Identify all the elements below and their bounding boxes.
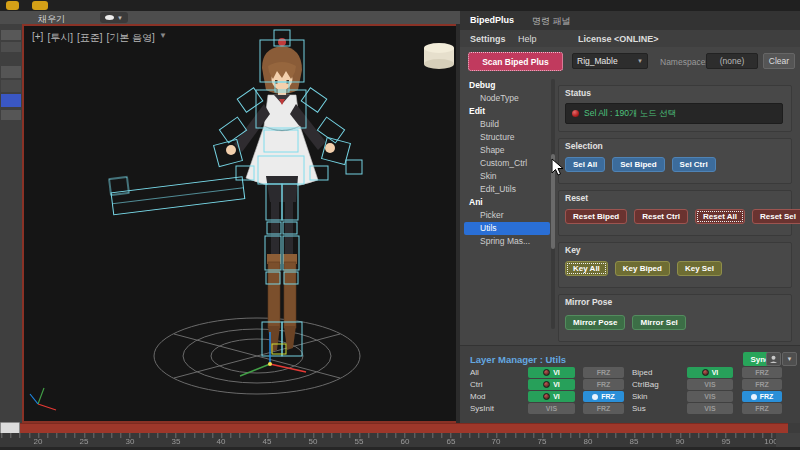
panel-menu-bar: Settings Help License <ONLINE> — [460, 30, 800, 47]
layer-vis-toggle[interactable]: VIS — [687, 379, 733, 390]
layer-vis-toggle[interactable]: VI — [528, 367, 575, 378]
key-all-button[interactable]: Key All — [565, 261, 608, 276]
tree-item-shape[interactable]: Shape — [464, 144, 550, 157]
tree-item-edit-utils[interactable]: Edit_Utils — [464, 183, 550, 196]
tree-item-ani[interactable]: Ani — [464, 196, 550, 209]
layer-vis-toggle[interactable]: VIS — [528, 403, 575, 414]
strip-item[interactable] — [1, 66, 21, 78]
floor-rings — [154, 318, 360, 394]
bipedplus-panel: BipedPlus 명령 패널 Settings Help License <O… — [460, 11, 800, 423]
settings-menu[interactable]: Settings — [470, 34, 506, 44]
strip-item-selected[interactable] — [1, 94, 21, 107]
layer-vis-toggle[interactable]: VI — [528, 379, 575, 390]
strip-item[interactable] — [1, 80, 21, 92]
tree-item-custom-ctrl[interactable]: Custom_Ctrl — [464, 157, 550, 170]
tab-command-panel[interactable]: 명령 패널 — [532, 15, 571, 28]
tick-label: 95 — [714, 437, 738, 446]
tree-item-nodetype[interactable]: NodeType — [464, 92, 550, 105]
reset-ctrl-button[interactable]: Reset Ctrl — [634, 209, 688, 224]
tick-label: 30 — [118, 437, 142, 446]
scan-biped-plus-button[interactable]: Scan Biped Plus — [468, 52, 563, 71]
status-message: Sel All : 190개 노드 선택 — [584, 108, 676, 120]
reset-sel-button[interactable]: Reset Sel — [752, 209, 800, 224]
axis-tripod-icon — [30, 388, 56, 410]
mirror-pose-group: Mirror Pose Mirror Pose Mirror Sel — [558, 294, 792, 342]
rig-select-value: Rig_Mable — [577, 56, 618, 66]
layer-frz-toggle[interactable]: FRZ — [583, 403, 624, 414]
tree-item-spring-mas[interactable]: Spring Mas... — [464, 235, 550, 248]
viewport-menu-plus[interactable]: [+] — [32, 31, 43, 45]
tick-label: 75 — [530, 437, 554, 446]
reset-group-title: Reset — [565, 193, 588, 203]
viewport-label[interactable]: [+] [투시] [표준] [기본 음영] ▼ — [32, 31, 167, 45]
layer-vis-toggle[interactable]: VIS — [687, 391, 733, 402]
layer-frz-toggle[interactable]: FRZ — [742, 379, 782, 390]
strip-item[interactable] — [1, 42, 21, 52]
category-tree: Debug NodeType Edit Build Structure Shap… — [464, 79, 550, 329]
tick-label: 25 — [72, 437, 96, 446]
shading-dropdown-button[interactable]: ▼ — [100, 12, 128, 23]
left-toolbar-strip — [0, 24, 22, 423]
mirror-group-title: Mirror Pose — [565, 297, 612, 307]
tab-bipedplus[interactable]: BipedPlus — [470, 15, 514, 25]
status-icon — [572, 110, 579, 117]
helper-object — [424, 43, 454, 69]
tick-label: 50 — [301, 437, 325, 446]
layer-vis-toggle[interactable]: VI — [528, 391, 575, 402]
viewport-menu-view[interactable]: [투시] — [47, 31, 73, 45]
track-bar[interactable] — [0, 423, 788, 433]
rig-wireframe — [109, 30, 362, 356]
tree-item-picker[interactable]: Picker — [464, 209, 550, 222]
layer-vis-toggle[interactable]: VIS — [687, 403, 733, 414]
key-biped-button[interactable]: Key Biped — [615, 261, 670, 276]
layer-vis-toggle[interactable]: VI — [687, 367, 733, 378]
layer-frz-toggle[interactable]: FRZ — [583, 379, 624, 390]
tree-item-debug[interactable]: Debug — [464, 79, 550, 92]
layer-frz-toggle[interactable]: FRZ — [742, 403, 782, 414]
ruler-ticks — [0, 433, 776, 438]
help-menu[interactable]: Help — [518, 34, 537, 44]
character-body — [226, 38, 335, 352]
layer-frz-toggle[interactable]: FRZ — [583, 391, 624, 402]
sel-biped-button[interactable]: Sel Biped — [612, 157, 664, 172]
viewport-menu-shading[interactable]: [기본 음영] — [107, 31, 155, 45]
tree-item-utils[interactable]: Utils — [464, 222, 550, 235]
tree-scrollbar[interactable] — [551, 79, 555, 329]
layer-row-label: CtrlBag — [632, 380, 659, 390]
namespace-field[interactable]: (none) — [706, 53, 758, 69]
layer-row-label: Sus — [632, 404, 646, 414]
freeze-icon — [751, 394, 757, 400]
character-model — [24, 26, 456, 421]
reset-all-button[interactable]: Reset All — [695, 209, 745, 224]
app-icon[interactable] — [6, 1, 19, 10]
strip-item[interactable] — [1, 30, 21, 40]
layer-frz-toggle[interactable]: FRZ — [742, 391, 782, 402]
clear-button[interactable]: Clear — [763, 53, 795, 69]
strip-item[interactable] — [1, 110, 21, 120]
user-button[interactable] — [766, 352, 781, 366]
tree-item-edit[interactable]: Edit — [464, 105, 550, 118]
toolbar-icon[interactable] — [32, 1, 48, 10]
layer-frz-toggle[interactable]: FRZ — [742, 367, 782, 378]
key-group: Key Key All Key Biped Key Sel — [558, 242, 792, 288]
eye-icon — [702, 369, 709, 376]
ruler-end-cap — [776, 433, 800, 447]
mirror-pose-button[interactable]: Mirror Pose — [565, 315, 625, 330]
rig-select-dropdown[interactable]: Rig_Mable ▼ — [572, 53, 648, 69]
sel-all-button[interactable]: Sel All — [565, 157, 605, 172]
reset-biped-button[interactable]: Reset Biped — [565, 209, 627, 224]
license-status: License <ONLINE> — [578, 34, 659, 44]
tick-label: 55 — [347, 437, 371, 446]
tree-item-build[interactable]: Build — [464, 118, 550, 131]
tree-item-structure[interactable]: Structure — [464, 131, 550, 144]
tree-item-skin[interactable]: Skin — [464, 170, 550, 183]
mirror-sel-button[interactable]: Mirror Sel — [632, 315, 685, 330]
layer-frz-toggle[interactable]: FRZ — [583, 367, 624, 378]
sel-ctrl-button[interactable]: Sel Ctrl — [672, 157, 716, 172]
layer-options-button[interactable]: ▼ — [782, 352, 797, 366]
3d-viewport[interactable]: [+] [투시] [표준] [기본 음영] ▼ — [22, 24, 458, 423]
key-sel-button[interactable]: Key Sel — [677, 261, 722, 276]
viewport-menu-style[interactable]: [표준] — [77, 31, 103, 45]
status-field: Sel All : 190개 노드 선택 — [565, 103, 783, 124]
timeline-ruler[interactable]: 20 25 30 35 40 45 50 55 60 65 70 75 80 8… — [0, 433, 776, 447]
